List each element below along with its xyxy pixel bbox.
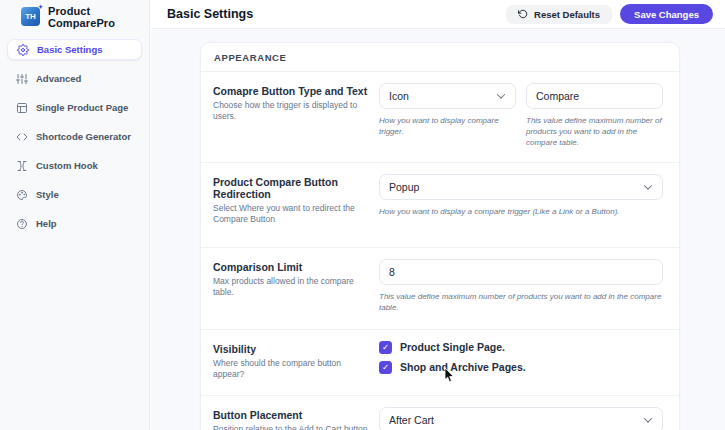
button-type-select-value: Icon [389, 90, 409, 102]
palette-icon [16, 189, 28, 201]
topbar-actions: Reset Defaults Save Changes [506, 4, 713, 24]
hook-icon [16, 160, 28, 172]
rotate-ccw-icon [518, 9, 528, 19]
page-title: Basic Settings [167, 7, 253, 21]
sidebar-nav: Basic Settings Advanced Single Product P… [0, 33, 149, 234]
field-helper: This value define maximum number of prod… [379, 291, 663, 313]
sparkle-icon: ✦ [38, 3, 43, 10]
sidebar-item-label: Shortcode Generator [36, 131, 131, 142]
sidebar-item-label: Advanced [36, 73, 81, 84]
gear-icon [17, 44, 29, 56]
setting-row-redirection: Product Compare Button Redirection Selec… [201, 162, 679, 247]
checkbox-checked-icon[interactable]: ✓ [379, 341, 392, 354]
app-logo: TH ✦ [21, 7, 40, 26]
setting-label: Button Placement [213, 409, 371, 421]
sidebar-item-single-product-page[interactable]: Single Product Page [7, 97, 142, 118]
appearance-card: APPEARANCE Comapre Button Type and Text … [200, 42, 680, 430]
setting-description: Select Where you want to redirect the Co… [213, 203, 371, 226]
section-title: APPEARANCE [201, 43, 679, 72]
reset-defaults-button[interactable]: Reset Defaults [506, 5, 612, 24]
field-col: This value define maximum number of prod… [526, 83, 663, 149]
sidebar-item-custom-hook[interactable]: Custom Hook [7, 155, 142, 176]
setting-row-visibility: Visibility Where should the compare butt… [201, 329, 679, 395]
sidebar-item-shortcode-generator[interactable]: Shortcode Generator [7, 126, 142, 147]
setting-row-compare-button-type: Comapre Button Type and Text Choose how … [201, 72, 679, 162]
help-circle-icon [16, 218, 28, 230]
field-helper: How you want to display a compare trigge… [379, 206, 663, 217]
setting-label-block: Comparison Limit Max products allowed in… [213, 259, 371, 313]
setting-label: Product Compare Button Redirection [213, 176, 371, 200]
brand: TH ✦ Product ComparePro [0, 0, 149, 33]
sidebar-item-advanced[interactable]: Advanced [7, 68, 142, 89]
checkbox-shop-archive-pages[interactable]: ✓ Shop and Archive Pages. [379, 361, 663, 374]
setting-label: Visibility [213, 343, 371, 355]
setting-label-block: Product Compare Button Redirection Selec… [213, 174, 371, 226]
setting-label: Comparison Limit [213, 261, 371, 273]
chevron-down-icon [644, 181, 652, 189]
field-col: Icon How you want to display compare tri… [379, 83, 516, 149]
chevron-down-icon [644, 414, 652, 422]
field-helper: This value define maximum number of prod… [526, 115, 663, 149]
checkbox-label: Shop and Archive Pages. [400, 361, 526, 373]
checkbox-product-single-page[interactable]: ✓ Product Single Page. [379, 341, 663, 354]
chevron-down-icon [497, 90, 505, 98]
checkbox-label: Product Single Page. [400, 341, 505, 353]
sidebar-item-style[interactable]: Style [7, 184, 142, 205]
button-type-select[interactable]: Icon [379, 83, 516, 109]
app-title: Product ComparePro [48, 5, 149, 29]
settings-main: APPEARANCE Comapre Button Type and Text … [151, 30, 725, 430]
sidebar-item-label: Custom Hook [36, 160, 98, 171]
sliders-icon [16, 73, 28, 85]
save-changes-button[interactable]: Save Changes [620, 4, 713, 24]
setting-fields: This value define maximum number of prod… [379, 259, 663, 313]
setting-fields: After Cart [379, 407, 663, 430]
sidebar-item-label: Style [36, 189, 59, 200]
code-icon [16, 131, 28, 143]
setting-description: Where should the compare button appear? [213, 358, 371, 381]
setting-fields: Popup How you want to display a compare … [379, 174, 663, 226]
setting-fields: ✓ Product Single Page. ✓ Shop and Archiv… [379, 341, 663, 381]
setting-label: Comapre Button Type and Text [213, 85, 371, 97]
button-placement-select-value: After Cart [389, 414, 434, 426]
redirection-select-value: Popup [389, 181, 419, 193]
setting-label-block: Comapre Button Type and Text Choose how … [213, 83, 371, 149]
sidebar-item-label: Single Product Page [36, 102, 128, 113]
top-bar: Basic Settings Reset Defaults Save Chang… [151, 0, 725, 29]
sidebar: TH ✦ Product ComparePro Basic Settings A… [0, 0, 150, 430]
sidebar-item-help[interactable]: Help [7, 213, 142, 234]
setting-description: Choose how the trigger is displayed to u… [213, 100, 371, 123]
button-placement-select[interactable]: After Cart [379, 407, 663, 430]
reset-defaults-label: Reset Defaults [534, 9, 600, 20]
logo-text: TH [25, 12, 36, 21]
setting-description: Position relative to the Add to Cart but… [213, 424, 371, 430]
checkbox-checked-icon[interactable]: ✓ [379, 361, 392, 374]
setting-fields: Icon How you want to display compare tri… [379, 83, 663, 149]
setting-description: Max products allowed in the compare tabl… [213, 276, 371, 299]
setting-label-block: Button Placement Position relative to th… [213, 407, 371, 430]
setting-row-button-placement: Button Placement Position relative to th… [201, 395, 679, 430]
sidebar-item-label: Help [36, 218, 57, 229]
comparison-limit-input[interactable] [379, 259, 663, 285]
layout-icon [16, 102, 28, 114]
redirection-select[interactable]: Popup [379, 174, 663, 200]
setting-label-block: Visibility Where should the compare butt… [213, 341, 371, 381]
sidebar-item-basic-settings[interactable]: Basic Settings [7, 39, 142, 60]
field-helper: How you want to display compare trigger. [379, 115, 516, 137]
sidebar-item-label: Basic Settings [37, 44, 102, 55]
button-text-input[interactable] [526, 83, 663, 109]
setting-row-comparison-limit: Comparison Limit Max products allowed in… [201, 247, 679, 329]
